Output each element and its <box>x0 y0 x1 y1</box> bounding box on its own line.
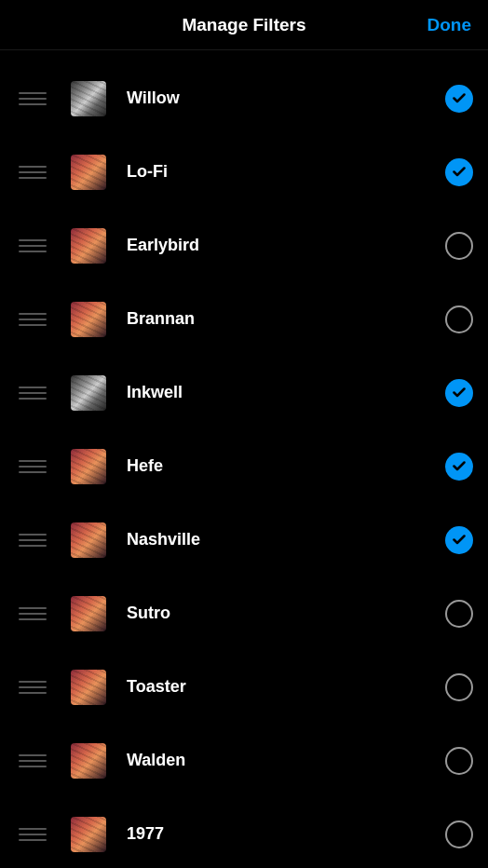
filter-thumbnail <box>71 817 106 852</box>
filter-thumbnail <box>71 302 106 337</box>
drag-handle-icon[interactable] <box>19 607 47 620</box>
done-button[interactable]: Done <box>427 15 472 35</box>
filter-thumbnail <box>71 596 106 631</box>
filter-thumbnail <box>71 670 106 705</box>
filter-toggle[interactable] <box>445 600 473 628</box>
filter-thumbnail <box>71 228 106 264</box>
filter-toggle[interactable] <box>445 305 473 333</box>
filter-row: Sutro <box>0 576 488 650</box>
header: Manage Filters Done <box>0 0 488 50</box>
filter-name-label: Lo-Fi <box>127 162 445 182</box>
filter-toggle[interactable] <box>445 453 473 481</box>
filter-row: Brannan <box>0 282 488 356</box>
filter-toggle[interactable] <box>445 747 473 775</box>
check-icon <box>453 461 466 471</box>
filter-thumbnail <box>71 743 106 779</box>
filter-row: Nashville <box>0 503 488 576</box>
drag-handle-icon[interactable] <box>19 239 47 252</box>
filter-row: Inkwell <box>0 356 488 429</box>
filter-toggle[interactable] <box>445 158 473 186</box>
filter-row: Walden <box>0 724 488 797</box>
page-title: Manage Filters <box>182 15 305 35</box>
check-icon <box>453 93 466 103</box>
filter-thumbnail <box>71 375 106 411</box>
filter-thumbnail <box>71 155 106 190</box>
drag-handle-icon[interactable] <box>19 681 47 694</box>
filter-row: Willow <box>0 61 488 135</box>
filter-row: 1977 <box>0 797 488 868</box>
filter-toggle[interactable] <box>445 379 473 407</box>
filter-name-label: Nashville <box>127 530 445 549</box>
drag-handle-icon[interactable] <box>19 828 47 841</box>
filter-name-label: Walden <box>127 751 445 770</box>
check-icon <box>453 387 466 398</box>
filter-toggle[interactable] <box>445 821 473 848</box>
drag-handle-icon[interactable] <box>19 534 47 547</box>
filter-name-label: Willow <box>127 88 445 108</box>
filter-toggle[interactable] <box>445 673 473 701</box>
drag-handle-icon[interactable] <box>19 313 47 326</box>
filter-thumbnail <box>71 522 106 558</box>
check-icon <box>453 167 466 177</box>
filter-toggle[interactable] <box>445 526 473 554</box>
filter-name-label: Toaster <box>127 677 445 697</box>
filter-name-label: 1977 <box>127 824 445 844</box>
filter-name-label: Brannan <box>127 309 445 329</box>
filter-thumbnail <box>71 81 106 116</box>
drag-handle-icon[interactable] <box>19 460 47 473</box>
drag-handle-icon[interactable] <box>19 754 47 767</box>
filter-name-label: Hefe <box>127 456 445 476</box>
filter-toggle[interactable] <box>445 85 473 113</box>
drag-handle-icon[interactable] <box>19 92 47 105</box>
filter-name-label: Inkwell <box>127 383 445 402</box>
filter-row: Earlybird <box>0 209 488 282</box>
filter-row: Toaster <box>0 650 488 724</box>
filter-row: Lo-Fi <box>0 135 488 209</box>
filter-toggle[interactable] <box>445 232 473 260</box>
filter-name-label: Sutro <box>127 604 445 623</box>
filter-name-label: Earlybird <box>127 236 445 255</box>
check-icon <box>453 535 466 545</box>
filter-thumbnail <box>71 449 106 484</box>
filter-list: WillowLo-FiEarlybirdBrannanInkwellHefeNa… <box>0 50 488 868</box>
filter-row: Hefe <box>0 429 488 503</box>
drag-handle-icon[interactable] <box>19 387 47 400</box>
drag-handle-icon[interactable] <box>19 166 47 179</box>
